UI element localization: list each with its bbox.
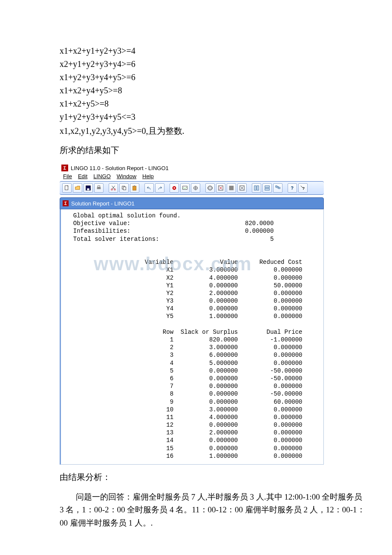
tile-v-icon[interactable]: [262, 183, 272, 193]
lingo-window: Σ LINGO 11.0 - Solution Report - LINGO1 …: [60, 164, 324, 465]
tab-header[interactable]: Σ Solution Report - LINGO1: [60, 197, 324, 209]
menu-edit[interactable]: Edit: [78, 173, 87, 179]
tile-h-icon[interactable]: [252, 183, 261, 193]
open-icon[interactable]: [73, 183, 82, 193]
svg-rect-25: [279, 187, 280, 189]
cut-icon[interactable]: [109, 183, 118, 193]
blank-icon[interactable]: [227, 183, 236, 193]
constraint-line: y1+y2+y3+y4+y5<=3: [60, 112, 366, 122]
options-icon[interactable]: [191, 183, 200, 193]
constraint-line: x1+x2+y5>=8: [60, 99, 366, 109]
svg-rect-9: [133, 186, 136, 191]
picture-icon[interactable]: [180, 183, 190, 193]
svg-text:?: ?: [291, 185, 294, 191]
paste-icon[interactable]: [130, 183, 139, 193]
svg-rect-4: [98, 186, 100, 188]
svg-rect-21: [265, 186, 270, 188]
svg-point-15: [208, 186, 213, 191]
context-help-icon[interactable]: ?: [298, 183, 308, 193]
cascade-icon[interactable]: [273, 183, 282, 193]
menu-window[interactable]: Window: [117, 173, 136, 179]
undo-icon[interactable]: [144, 183, 154, 193]
menu-help[interactable]: Help: [142, 173, 154, 179]
tab-title: Solution Report - LINGO1: [71, 200, 135, 207]
solve-icon[interactable]: [170, 183, 179, 193]
toolbar: ? ?: [60, 181, 324, 195]
tab-icon: Σ: [63, 200, 69, 206]
matrix-icon[interactable]: [205, 183, 215, 193]
save-icon[interactable]: [84, 183, 93, 193]
menu-lingo[interactable]: LINGO: [93, 173, 110, 179]
constraint-line: x1+x2+y1+y2+y3>=4: [60, 46, 366, 56]
constraint-line: x2+y1+y2+y3+y4>=6: [60, 59, 366, 69]
copy-icon[interactable]: [119, 183, 129, 193]
x-window-icon[interactable]: [216, 183, 225, 193]
menu-file[interactable]: File: [63, 173, 72, 179]
svg-rect-2: [87, 188, 89, 190]
app-icon: Σ: [61, 165, 68, 171]
svg-rect-20: [257, 186, 259, 191]
print-icon[interactable]: [94, 183, 104, 193]
analysis-heading: 由结果分析：: [60, 471, 366, 483]
svg-rect-3: [97, 187, 101, 189]
svg-rect-0: [65, 186, 68, 190]
constraint-line: x1+y2+y3+y4+y5>=6: [60, 72, 366, 82]
svg-rect-17: [229, 186, 234, 191]
constraint-line: x1+x2+y4+y5>=8: [60, 86, 366, 95]
menubar: File Edit LINGO Window Help: [60, 172, 324, 180]
app-titlebar: Σ LINGO 11.0 - Solution Report - LINGO1: [60, 164, 324, 172]
new-icon[interactable]: [62, 183, 72, 193]
svg-rect-22: [265, 188, 270, 190]
svg-point-12: [173, 187, 175, 189]
svg-rect-23: [276, 186, 277, 188]
constraint-line: x1,x2,y1,y2,y3,y4,y5>=0,且为整数.: [60, 125, 366, 137]
svg-rect-24: [277, 187, 279, 188]
help-icon[interactable]: ?: [288, 183, 297, 193]
close-icon[interactable]: [237, 183, 247, 193]
svg-text:?: ?: [302, 186, 305, 191]
solution-report: Global optimal solution found. Objective…: [60, 209, 324, 465]
svg-rect-10: [134, 185, 135, 187]
app-title: LINGO 11.0 - Solution Report - LINGO1: [71, 165, 169, 171]
analysis-paragraph: 问题一的回答：雇佣全时服务员 7 人,半时服务员 3 人.其中 12:00-1:…: [60, 491, 366, 529]
result-heading: 所求的结果如下: [60, 145, 366, 156]
svg-rect-19: [254, 186, 256, 191]
redo-icon[interactable]: [155, 183, 164, 193]
svg-rect-8: [123, 187, 126, 190]
